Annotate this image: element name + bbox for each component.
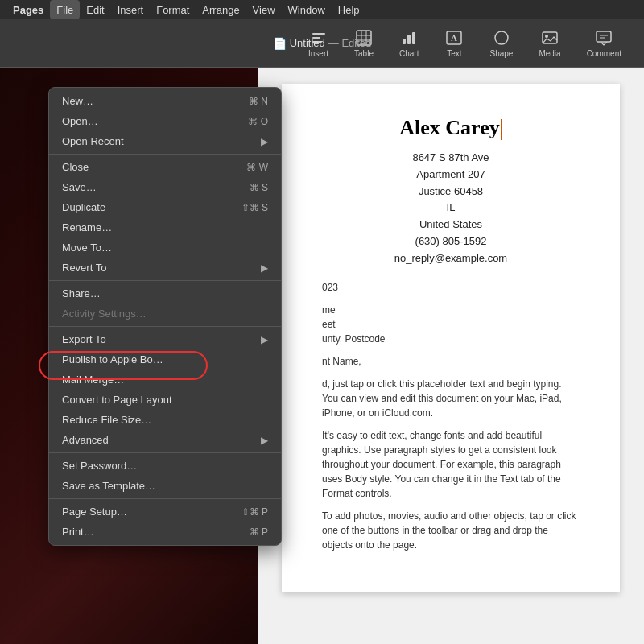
menu-separator-1 xyxy=(49,154,281,155)
menu-item-export-to[interactable]: Export To ▶ xyxy=(49,329,281,349)
shape-icon xyxy=(492,28,511,47)
menu-separator-2 xyxy=(49,280,281,281)
menu-item-open-recent-label: Open Recent xyxy=(62,135,124,147)
menu-item-new-shortcut: ⌘ N xyxy=(249,96,268,107)
menu-item-duplicate-label: Duplicate xyxy=(62,201,105,213)
menu-separator-3 xyxy=(49,326,281,327)
menu-item-print-label: Print… xyxy=(62,526,94,538)
toolbar-insert-label: Insert xyxy=(308,49,328,58)
menu-item-mail-merge[interactable]: Mail Merge… xyxy=(49,369,281,390)
svg-point-13 xyxy=(495,31,508,44)
doc-body-3: To add photos, movies, audio and other o… xyxy=(322,509,580,552)
menu-item-print-shortcut: ⌘ P xyxy=(250,526,268,538)
menu-item-set-password-label: Set Password… xyxy=(62,460,137,472)
menu-item-open-shortcut: ⌘ O xyxy=(248,116,268,127)
text-cursor xyxy=(501,119,502,140)
toolbar-text-btn[interactable]: A Text xyxy=(438,25,470,61)
menu-item-advanced-label: Advanced xyxy=(62,434,109,446)
menu-item-publish-apple[interactable]: Publish to Apple Bo… xyxy=(49,349,281,369)
menu-item-duplicate[interactable]: Duplicate ⇧⌘ S xyxy=(49,197,281,217)
menu-item-open-recent[interactable]: Open Recent ▶ xyxy=(49,131,281,151)
toolbar-shape-btn[interactable]: Shape xyxy=(483,25,519,61)
toolbar-shape-label: Shape xyxy=(489,49,513,58)
document-author-name: Alex Carey xyxy=(322,116,580,140)
svg-rect-16 xyxy=(597,31,611,42)
menu-item-advanced[interactable]: Advanced ▶ xyxy=(49,430,281,450)
menu-item-page-setup-shortcut: ⇧⌘ P xyxy=(242,506,268,518)
address-line-1: 8647 S 87th Ave xyxy=(322,150,580,167)
menu-item-mail-merge-label: Mail Merge… xyxy=(62,374,124,386)
menu-item-reduce-file-size-label: Reduce File Size… xyxy=(62,414,151,426)
menu-bar: Pages File Edit Insert Format Arrange Vi… xyxy=(0,0,644,19)
doc-recipient: me eet unty, Postcode xyxy=(322,303,580,346)
svg-rect-9 xyxy=(407,35,411,44)
menu-bar-edit[interactable]: Edit xyxy=(80,0,110,19)
menu-item-convert-page-layout[interactable]: Convert to Page Layout xyxy=(49,390,281,410)
menu-item-revert-to-label: Revert To xyxy=(62,262,106,274)
toolbar-comment-label: Comment xyxy=(587,49,621,58)
menu-item-activity-settings-label: Activity Settings… xyxy=(62,308,147,320)
svg-point-15 xyxy=(545,35,548,38)
menu-item-save-as-template[interactable]: Save as Template… xyxy=(49,476,281,496)
menu-bar-file[interactable]: File xyxy=(50,0,80,19)
address-line-7: no_reply@example.com xyxy=(322,250,580,267)
menu-bar-window[interactable]: Window xyxy=(282,0,332,19)
menu-separator-5 xyxy=(49,498,281,499)
document-title: Untitled xyxy=(290,37,325,49)
menu-item-move-to[interactable]: Move To… xyxy=(49,237,281,258)
toolbar-media-label: Media xyxy=(539,49,560,58)
menu-item-convert-page-layout-label: Convert to Page Layout xyxy=(62,394,172,406)
menu-item-save[interactable]: Save… ⌘ S xyxy=(49,177,281,197)
menu-item-new[interactable]: New… ⌘ N xyxy=(49,91,281,111)
svg-rect-8 xyxy=(402,39,406,44)
open-recent-arrow-icon: ▶ xyxy=(261,136,268,147)
menu-item-publish-apple-label: Publish to Apple Bo… xyxy=(62,353,163,365)
export-to-arrow-icon: ▶ xyxy=(261,334,268,345)
document-area[interactable]: Alex Carey 8647 S 87th Ave Apartment 207… xyxy=(258,68,644,644)
menu-item-page-setup[interactable]: Page Setup… ⇧⌘ P xyxy=(49,502,281,522)
toolbar-chart-label: Chart xyxy=(399,49,419,58)
address-line-5: United States xyxy=(322,217,580,233)
revert-to-arrow-icon: ▶ xyxy=(261,262,268,274)
document-address: 8647 S 87th Ave Apartment 207 Justice 60… xyxy=(322,150,580,267)
menu-item-save-as-template-label: Save as Template… xyxy=(62,480,155,492)
toolbar-media-btn[interactable]: Media xyxy=(532,25,567,61)
menu-bar-insert[interactable]: Insert xyxy=(111,0,151,19)
advanced-arrow-icon: ▶ xyxy=(261,435,268,446)
menu-bar-arrange[interactable]: Arrange xyxy=(196,0,246,19)
file-dropdown-menu: New… ⌘ N Open… ⌘ O Open Recent ▶ Close ⌘… xyxy=(48,87,282,546)
menu-bar-view[interactable]: View xyxy=(246,0,282,19)
toolbar-comment-btn[interactable]: Comment xyxy=(580,25,628,61)
menu-item-open-label: Open… xyxy=(62,115,98,127)
doc-body-1: d, just tap or click this placeholder te… xyxy=(322,377,580,420)
menu-item-close-label: Close xyxy=(62,161,89,173)
menu-item-open[interactable]: Open… ⌘ O xyxy=(49,111,281,131)
toolbar-title-area: 📄 Untitled — Edited xyxy=(273,37,372,50)
toolbar-chart-btn[interactable]: Chart xyxy=(393,25,425,61)
toolbar-table-label: Table xyxy=(354,49,374,58)
menu-bar-format[interactable]: Format xyxy=(150,0,196,19)
menu-item-rename[interactable]: Rename… xyxy=(49,217,281,237)
menu-item-reduce-file-size[interactable]: Reduce File Size… xyxy=(49,410,281,430)
address-line-4: IL xyxy=(322,200,580,217)
menu-item-print[interactable]: Print… ⌘ P xyxy=(49,522,281,542)
menu-bar-pages[interactable]: Pages xyxy=(6,0,50,19)
menu-item-share[interactable]: Share… xyxy=(49,283,281,303)
menu-item-revert-to[interactable]: Revert To ▶ xyxy=(49,258,281,278)
menu-item-save-shortcut: ⌘ S xyxy=(250,182,268,193)
toolbar: 📄 Untitled — Edited Insert xyxy=(0,19,644,68)
menu-separator-4 xyxy=(49,452,281,453)
menu-item-close[interactable]: Close ⌘ W xyxy=(49,157,281,177)
doc-body-2: It's easy to edit text, change fonts and… xyxy=(322,428,580,501)
main-area: Alex Carey 8647 S 87th Ave Apartment 207… xyxy=(0,68,644,644)
menu-item-set-password[interactable]: Set Password… xyxy=(49,456,281,476)
document-page: Alex Carey 8647 S 87th Ave Apartment 207… xyxy=(282,84,620,592)
menu-bar-help[interactable]: Help xyxy=(332,0,366,19)
menu-item-activity-settings: Activity Settings… xyxy=(49,303,281,324)
menu-item-move-to-label: Move To… xyxy=(62,242,112,254)
document-status: — Edited xyxy=(328,37,371,49)
menu-item-close-shortcut: ⌘ W xyxy=(246,162,268,173)
menu-item-page-setup-label: Page Setup… xyxy=(62,506,127,518)
comment-icon xyxy=(594,28,613,47)
address-line-3: Justice 60458 xyxy=(322,184,580,200)
